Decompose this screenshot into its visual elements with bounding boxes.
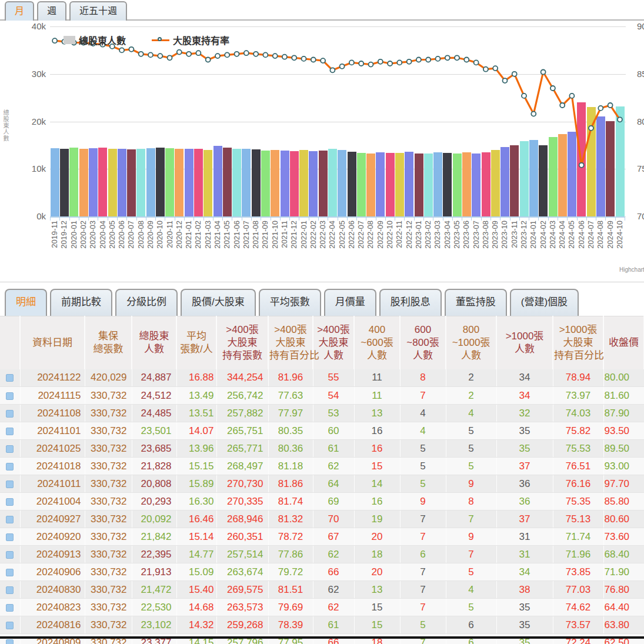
data-cell: 270,730 [216,475,268,493]
chart-toggle-icon[interactable] [6,410,14,418]
row-icon-cell [0,599,20,616]
data-cell: 11 [354,387,400,405]
data-cell: 18 [354,634,400,644]
data-cell: 35 [496,440,553,458]
data-cell: 62 [313,546,354,563]
column-header: 600~800張人數 [400,316,446,369]
chart-toggle-icon[interactable] [6,533,14,541]
data-cell: 16 [354,493,400,510]
data-cell: 330,732 [85,616,132,634]
chart-toggle-icon[interactable] [6,481,14,488]
data-cell: 6 [446,634,496,644]
table-tab-董監持股[interactable]: 董監持股 [445,289,507,316]
data-cell: 81.86 [268,475,313,493]
data-cell: 66 [313,563,354,581]
period-tab-週[interactable]: 週 [37,1,66,21]
row-icon-cell [0,510,20,528]
data-cell: 330,732 [85,510,132,528]
column-header: >1000張人數 [496,316,553,369]
data-cell: 74.03 [553,405,603,422]
data-cell: 7 [446,510,496,528]
data-cell: 78.72 [268,528,313,546]
column-header: 400~600張人數 [354,316,400,369]
data-cell: 38 [496,581,553,599]
legend-item-holding-rate[interactable]: 大股東持有率 [152,33,229,47]
table-tab-前期比較[interactable]: 前期比較 [50,289,112,316]
chart-toggle-icon[interactable] [6,428,14,435]
data-cell: 7 [400,563,446,581]
data-cell: 23,377 [132,634,176,644]
data-cell: 9 [400,493,446,510]
chart-toggle-icon[interactable] [6,498,14,506]
data-cell: 11 [354,369,400,387]
table-row: 20241018330,73221,82815.15268,49781.1862… [0,458,644,475]
date-cell: 20241108 [20,405,85,422]
period-tab-近五十週[interactable]: 近五十週 [69,1,127,21]
data-cell: 330,732 [85,405,132,422]
table-tab-平均張數[interactable]: 平均張數 [259,289,321,316]
bottom-divider [0,636,644,639]
data-cell: 76.51 [553,458,603,475]
chart-toggle-icon[interactable] [6,445,14,453]
table-tab-股利股息[interactable]: 股利股息 [379,289,442,316]
chart-toggle-icon[interactable] [6,392,14,400]
data-cell: 76.80 [603,581,644,599]
period-tab-月[interactable]: 月 [5,1,34,21]
chart-toggle-icon[interactable] [6,622,14,629]
table-tab-股價/大股東[interactable]: 股價/大股東 [181,289,256,316]
chart-toggle-icon[interactable] [6,463,14,471]
data-cell: 34 [496,387,553,405]
data-cell: 74.62 [553,599,603,616]
data-cell: 344,254 [216,369,268,387]
row-icon-cell [0,422,20,440]
data-cell: 14.07 [176,422,216,440]
data-cell: 73.97 [553,387,603,405]
chart-toggle-icon[interactable] [6,639,14,644]
data-cell: 69 [313,493,354,510]
chart-toggle-icon[interactable] [6,604,14,612]
data-cell: 4 [446,405,496,422]
date-cell: 20240913 [20,546,85,563]
data-cell: 18 [354,546,400,563]
data-cell: 21,842 [132,528,176,546]
chart-toggle-icon[interactable] [6,586,14,594]
line-marker-icon [158,37,162,41]
data-cell: 73.57 [553,616,603,634]
data-cell: 257,514 [216,546,268,563]
chart-toggle-icon[interactable] [6,551,14,559]
chart-toggle-icon[interactable] [6,569,14,576]
table-row: 20240816330,73223,10214.32259,26878.3961… [0,616,644,634]
data-cell: 61 [313,616,354,634]
data-cell: 16.30 [176,493,216,510]
data-cell: 81.51 [268,581,313,599]
table-tab-明細[interactable]: 明細 [5,289,47,316]
date-cell: 20240906 [20,563,85,581]
data-cell: 75.35 [553,493,603,510]
data-cell: 80.36 [268,440,313,458]
data-cell: 9 [446,528,496,546]
data-cell: 5 [446,422,496,440]
date-cell: 20240920 [20,528,85,546]
data-cell: 13.96 [176,440,216,458]
data-cell: 62 [313,581,354,599]
data-cell: 6 [446,616,496,634]
chart-legend: 總股東人數 大股東持有率 [64,33,229,47]
chart-toggle-icon[interactable] [6,516,14,523]
data-cell: 73.85 [553,563,603,581]
data-cell: 78.94 [553,369,603,387]
table-tab-(營建)個股[interactable]: (營建)個股 [510,289,579,316]
chart-toggle-icon[interactable] [6,374,14,382]
data-cell: 330,732 [85,475,132,493]
data-cell: 330,732 [85,546,132,563]
data-cell: 257,882 [216,405,268,422]
legend-item-total-shareholders[interactable]: 總股東人數 [64,33,126,47]
table-tab-月價量[interactable]: 月價量 [324,289,376,316]
data-cell: 330,732 [85,440,132,458]
data-cell: 15.15 [176,458,216,475]
date-cell: 20240823 [20,599,85,616]
data-cell: 265,751 [216,422,268,440]
row-icon-cell [0,458,20,475]
data-cell: 62 [313,458,354,475]
date-cell: 20241101 [20,422,85,440]
table-tab-分級比例[interactable]: 分級比例 [115,289,178,316]
